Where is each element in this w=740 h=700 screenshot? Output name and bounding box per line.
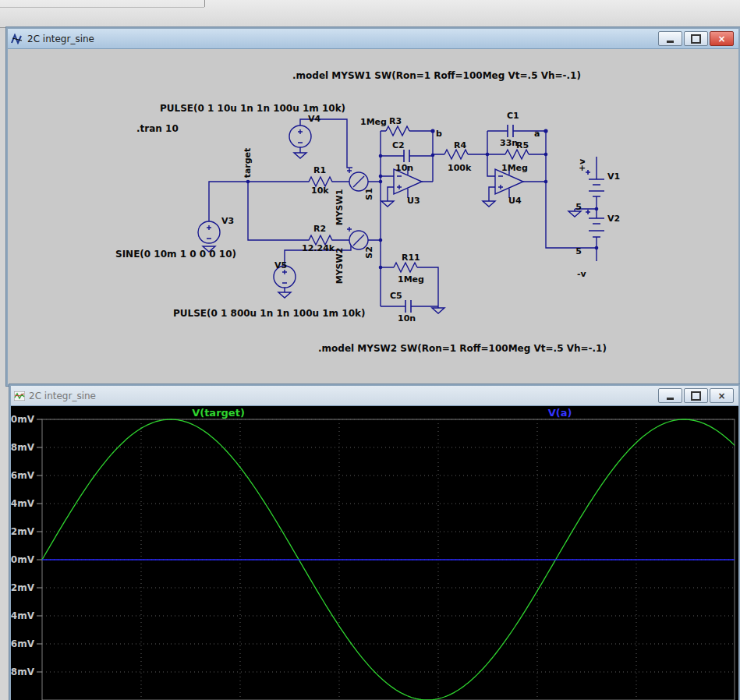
label-c2: C2	[392, 140, 405, 150]
close-icon: ×	[717, 391, 725, 401]
ltspice-waveform-icon	[14, 391, 25, 401]
schematic-drawing: .model MYSW1 SW(Ron=1 Roff=100Meg Vt=.5 …	[8, 49, 735, 384]
label-v5: V5	[274, 260, 287, 270]
ltspice-schematic-icon	[11, 34, 23, 44]
close-icon: ×	[717, 34, 725, 44]
voltage-source-symbols	[198, 126, 311, 288]
label-node-a: a	[534, 129, 540, 139]
label-mysw1: MYSW1	[335, 189, 345, 226]
label-r4: R4	[454, 140, 466, 150]
label-v1: V1	[607, 171, 620, 182]
svg-text:4mV: 4mV	[11, 498, 35, 509]
label-r1-value: 10k	[311, 186, 329, 196]
maximize-button[interactable]	[684, 31, 708, 46]
minimize-icon	[667, 398, 674, 400]
label-c5: C5	[390, 291, 402, 301]
waveform-titlebar[interactable]: 2C integr_sine ×	[11, 386, 738, 406]
label-r5-value: 1Meg	[501, 163, 528, 173]
waveform-window: 2C integr_sine × V(target) V(a) 10mV8mV6…	[9, 384, 740, 700]
label-u4: U4	[508, 196, 522, 206]
waveform-window-title: 2C integr_sine	[29, 391, 658, 401]
minimize-icon	[667, 41, 674, 43]
schematic-window: 2C integr_sine ×	[6, 27, 740, 386]
label-c5-value: 10n	[398, 313, 416, 323]
label-pulse1: PULSE(0 1 10u 1n 1n 100u 1m 10k)	[160, 103, 345, 114]
minimize-button[interactable]	[658, 388, 682, 403]
label-r11-value: 1Meg	[398, 274, 424, 285]
label-node-b: b	[436, 129, 442, 139]
close-button[interactable]: ×	[710, 388, 734, 403]
switch-symbols	[347, 168, 368, 249]
schematic-window-title: 2C integr_sine	[27, 34, 658, 44]
label-c1-value: 33n	[500, 138, 518, 148]
label-v2-value: 5	[575, 246, 582, 256]
ground-symbols	[203, 153, 581, 313]
label-plusv: +v	[577, 158, 587, 171]
battery-symbols	[586, 170, 604, 237]
maximize-button[interactable]	[684, 388, 708, 403]
background-window-divider	[204, 0, 205, 7]
label-c1: C1	[507, 111, 519, 121]
label-s1: S1	[364, 188, 374, 200]
label-sine: SINE(0 10m 1 0 0 0 10)	[115, 249, 236, 260]
background-window-tabline	[0, 7, 204, 8]
svg-text:-4mV: -4mV	[11, 610, 35, 621]
label-v2: V2	[607, 214, 620, 224]
svg-text:8mV: 8mV	[11, 442, 35, 453]
background-window-strip	[0, 0, 740, 28]
label-v3: V3	[221, 216, 234, 226]
label-model2: .model MYSW2 SW(Ron=1 Roff=100Meg Vt=.5 …	[318, 343, 607, 354]
label-v1-value: 5	[575, 202, 582, 212]
maximize-icon	[691, 34, 701, 44]
label-r3: R3	[389, 116, 402, 126]
svg-text:6mV: 6mV	[11, 470, 35, 481]
label-v4: V4	[308, 114, 321, 124]
svg-text:2mV: 2mV	[11, 526, 35, 537]
label-node-target: target	[243, 148, 253, 179]
svg-text:-8mV: -8mV	[11, 666, 35, 677]
schematic-window-controls: ×	[658, 31, 734, 46]
svg-text:-2mV: -2mV	[11, 582, 35, 593]
label-mysw2: MYSW2	[335, 248, 345, 285]
legend-v-a[interactable]: V(a)	[548, 407, 572, 419]
waveform-plot-area[interactable]: V(target) V(a) 10mV8mV6mV4mV2mV0mV-2mV-4…	[11, 406, 738, 700]
svg-text:0mV: 0mV	[11, 554, 35, 565]
maximize-icon	[691, 391, 701, 401]
minimize-button[interactable]	[658, 31, 682, 46]
waveform-window-controls: ×	[658, 388, 734, 403]
close-button[interactable]: ×	[710, 31, 734, 46]
label-model1: .model MYSW1 SW(Ron=1 Roff=100Meg Vt=.5 …	[292, 70, 581, 81]
label-u3: U3	[407, 196, 420, 206]
label-c2-value: 10n	[395, 163, 413, 173]
waveform-plot: V(target) V(a) 10mV8mV6mV4mV2mV0mV-2mV-4…	[11, 406, 735, 700]
schematic-canvas[interactable]: .model MYSW1 SW(Ron=1 Roff=100Meg Vt=.5 …	[8, 49, 738, 384]
label-pulse2: PULSE(0 1 800u 1n 1n 100u 1m 10k)	[173, 308, 365, 319]
svg-text:10mV: 10mV	[11, 414, 35, 425]
label-r1: R1	[313, 165, 326, 175]
schematic-titlebar[interactable]: 2C integr_sine ×	[8, 29, 738, 49]
label-r2: R2	[313, 224, 326, 234]
label-r4-value: 100k	[448, 163, 472, 173]
label-r11: R11	[402, 253, 420, 263]
svg-text:-6mV: -6mV	[11, 638, 35, 649]
label-r3-value: 1Meg	[360, 117, 387, 127]
legend-v-target[interactable]: V(target)	[192, 407, 245, 419]
label-r5: R5	[516, 140, 529, 150]
label-s2: S2	[364, 246, 374, 259]
label-tran: .tran 10	[136, 123, 179, 134]
label-r2-value: 12.24k	[302, 243, 335, 253]
label-minusv: -v	[577, 269, 587, 279]
